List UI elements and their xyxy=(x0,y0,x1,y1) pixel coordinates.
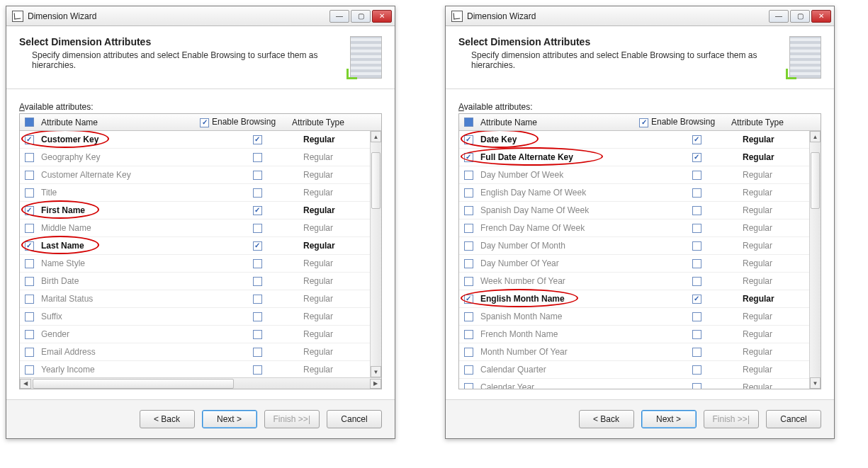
enable-browsing-checkbox[interactable] xyxy=(253,348,262,357)
row-checkbox[interactable] xyxy=(25,171,34,180)
col-attr-name[interactable]: Attribute Name xyxy=(38,118,200,127)
table-row[interactable]: GenderRegular xyxy=(20,326,381,343)
select-all-checkbox[interactable] xyxy=(25,118,34,127)
row-checkbox[interactable] xyxy=(464,277,473,286)
enable-browsing-checkbox[interactable] xyxy=(253,365,262,375)
enable-browsing-checkbox[interactable] xyxy=(692,224,701,233)
scroll-left-button[interactable]: ◀ xyxy=(20,379,31,389)
row-checkbox[interactable] xyxy=(25,330,34,339)
table-row[interactable]: Day Number Of MonthRegular xyxy=(459,237,821,255)
col-attr-type[interactable]: Attribute Type xyxy=(292,118,370,127)
scroll-thumb[interactable] xyxy=(371,152,381,209)
table-row[interactable]: Customer KeyRegular xyxy=(20,131,381,149)
enable-browsing-checkbox[interactable] xyxy=(692,171,701,180)
enable-browsing-checkbox[interactable] xyxy=(692,241,701,251)
table-row[interactable]: Birth DateRegular xyxy=(20,273,381,290)
back-button[interactable]: < Back xyxy=(579,410,634,428)
enable-browsing-checkbox[interactable] xyxy=(692,277,701,286)
table-row[interactable]: Date KeyRegular xyxy=(459,131,821,149)
row-checkbox[interactable] xyxy=(25,241,34,251)
scroll-up-button[interactable]: ▲ xyxy=(371,131,381,142)
table-row[interactable]: Middle NameRegular xyxy=(20,219,381,237)
enable-browsing-checkbox[interactable] xyxy=(692,135,701,144)
enable-browsing-header-checkbox[interactable] xyxy=(639,118,648,127)
enable-browsing-header-checkbox[interactable] xyxy=(200,118,209,127)
enable-browsing-checkbox[interactable] xyxy=(692,153,701,162)
table-row[interactable]: First NameRegular xyxy=(20,202,381,219)
table-row[interactable]: Calendar QuarterRegular xyxy=(459,361,821,379)
row-checkbox[interactable] xyxy=(464,135,473,144)
table-row[interactable]: Week Number Of YearRegular xyxy=(459,273,821,290)
row-checkbox[interactable] xyxy=(25,224,34,233)
vertical-scrollbar[interactable]: ▲ ▼ xyxy=(809,131,821,389)
table-row[interactable]: Full Date Alternate KeyRegular xyxy=(459,149,821,166)
row-checkbox[interactable] xyxy=(25,153,34,162)
row-checkbox[interactable] xyxy=(25,348,34,357)
enable-browsing-checkbox[interactable] xyxy=(692,312,701,321)
row-checkbox[interactable] xyxy=(464,259,473,268)
horizontal-scrollbar[interactable]: ◀ ▶ xyxy=(20,377,381,389)
table-row[interactable]: TitleRegular xyxy=(20,184,381,202)
table-row[interactable]: Day Number Of YearRegular xyxy=(459,255,821,273)
vertical-scrollbar[interactable]: ▲ ▼ xyxy=(370,131,381,377)
enable-browsing-checkbox[interactable] xyxy=(692,383,701,389)
enable-browsing-checkbox[interactable] xyxy=(253,171,262,180)
table-row[interactable]: Marital StatusRegular xyxy=(20,290,381,308)
row-checkbox[interactable] xyxy=(464,224,473,233)
enable-browsing-checkbox[interactable] xyxy=(253,295,262,304)
table-row[interactable]: SuffixRegular xyxy=(20,308,381,326)
enable-browsing-checkbox[interactable] xyxy=(253,153,262,162)
row-checkbox[interactable] xyxy=(25,259,34,268)
next-button[interactable]: Next > xyxy=(202,410,257,428)
cancel-button[interactable]: Cancel xyxy=(766,410,821,428)
minimize-button[interactable]: — xyxy=(329,10,349,23)
scroll-up-button[interactable]: ▲ xyxy=(810,131,821,142)
cancel-button[interactable]: Cancel xyxy=(327,410,382,428)
scroll-down-button[interactable]: ▼ xyxy=(371,366,381,377)
row-checkbox[interactable] xyxy=(464,383,473,389)
table-row[interactable]: Spanish Day Name Of WeekRegular xyxy=(459,202,821,219)
row-checkbox[interactable] xyxy=(25,277,34,286)
enable-browsing-checkbox[interactable] xyxy=(692,295,701,304)
row-checkbox[interactable] xyxy=(25,135,34,144)
titlebar[interactable]: Dimension Wizard — ▢ ✕ xyxy=(6,6,395,26)
row-checkbox[interactable] xyxy=(464,188,473,198)
enable-browsing-checkbox[interactable] xyxy=(692,206,701,215)
enable-browsing-checkbox[interactable] xyxy=(253,259,262,268)
titlebar[interactable]: Dimension Wizard — ▢ ✕ xyxy=(446,6,834,26)
row-checkbox[interactable] xyxy=(464,365,473,375)
col-attr-name[interactable]: Attribute Name xyxy=(478,118,639,127)
table-row[interactable]: Yearly IncomeRegular xyxy=(20,361,381,377)
col-enable-browsing[interactable]: Enable Browsing xyxy=(639,117,731,127)
table-row[interactable]: Last NameRegular xyxy=(20,237,381,255)
maximize-button[interactable]: ▢ xyxy=(790,10,810,23)
select-all-checkbox[interactable] xyxy=(464,118,473,127)
col-enable-browsing[interactable]: Enable Browsing xyxy=(200,117,292,127)
enable-browsing-checkbox[interactable] xyxy=(692,188,701,198)
scroll-right-button[interactable]: ▶ xyxy=(370,379,381,389)
enable-browsing-checkbox[interactable] xyxy=(253,206,262,215)
enable-browsing-checkbox[interactable] xyxy=(692,365,701,375)
enable-browsing-checkbox[interactable] xyxy=(253,188,262,198)
next-button[interactable]: Next > xyxy=(641,410,697,428)
table-row[interactable]: Calendar YearRegular xyxy=(459,379,821,389)
enable-browsing-checkbox[interactable] xyxy=(692,348,701,357)
maximize-button[interactable]: ▢ xyxy=(351,10,371,23)
enable-browsing-checkbox[interactable] xyxy=(692,330,701,339)
enable-browsing-checkbox[interactable] xyxy=(253,330,262,339)
row-checkbox[interactable] xyxy=(25,295,34,304)
table-row[interactable]: Day Number Of WeekRegular xyxy=(459,166,821,184)
table-row[interactable]: English Month NameRegular xyxy=(459,290,821,308)
row-checkbox[interactable] xyxy=(25,312,34,321)
row-checkbox[interactable] xyxy=(25,365,34,375)
back-button[interactable]: < Back xyxy=(140,410,195,428)
table-row[interactable]: Spanish Month NameRegular xyxy=(459,308,821,326)
enable-browsing-checkbox[interactable] xyxy=(253,277,262,286)
table-row[interactable]: Geography KeyRegular xyxy=(20,149,381,166)
close-button[interactable]: ✕ xyxy=(811,10,831,23)
close-button[interactable]: ✕ xyxy=(372,10,392,23)
enable-browsing-checkbox[interactable] xyxy=(253,312,262,321)
row-checkbox[interactable] xyxy=(464,295,473,304)
scroll-down-button[interactable]: ▼ xyxy=(810,377,821,389)
table-row[interactable]: French Month NameRegular xyxy=(459,326,821,343)
